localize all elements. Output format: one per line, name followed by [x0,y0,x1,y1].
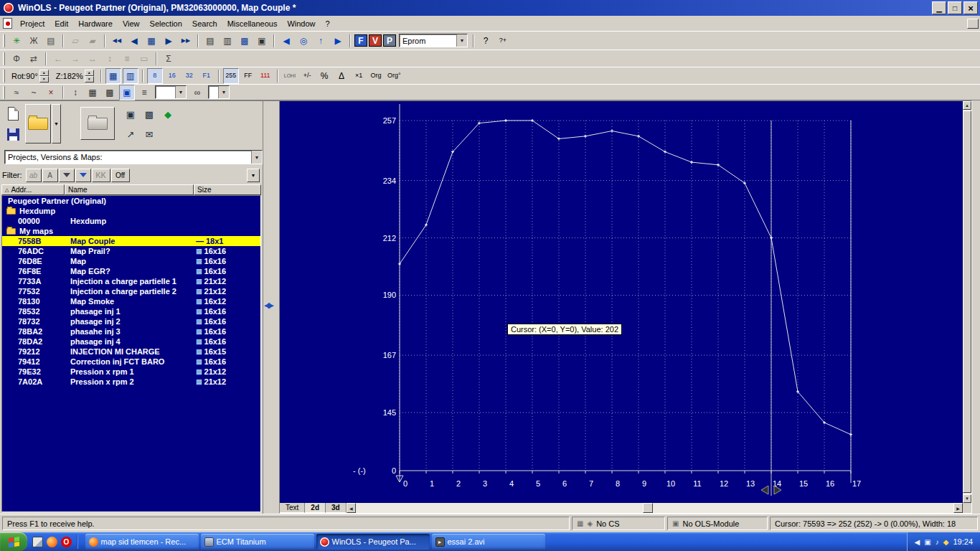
curve-line[interactable] [400,121,851,435]
toolbar-grip[interactable] [3,70,5,83]
map-row[interactable]: 79412Correction inj FCT BARO▤16x16 [2,357,260,367]
cursor-left-arrow-icon[interactable] [761,486,768,494]
first-map-icon[interactable]: ◀◀ [109,33,125,49]
zoom-stepper[interactable]: Z:182% ▲▼ [55,69,95,83]
language-icon[interactable]: ▣ [924,538,930,546]
view-options-icon[interactable]: Φ [9,51,24,67]
map-row[interactable]: 78DA2phasage inj 4▤16x16 [2,336,260,347]
grid-2d-icon[interactable]: ▦ [105,68,121,84]
tree-project-row[interactable]: Peugeot Partner (Original) [2,196,260,206]
map-row[interactable]: 76D8EMap▤16x16 [2,256,260,266]
combo-arrow-icon[interactable]: ▼ [456,34,467,47]
document-icon[interactable] [3,18,12,29]
align-left-icon[interactable]: ← [50,51,66,67]
rotation-stepper[interactable]: Rot:90° ▲▼ [10,69,50,83]
map-2d-chart[interactable]: 0123456789101112131415161725723421219016… [280,101,964,504]
combo-arrow-icon[interactable]: ▼ [175,86,186,98]
new-project-button[interactable] [4,104,22,123]
remove-icon[interactable]: × [43,85,59,100]
open-dropdown-button[interactable]: ▼ [52,104,61,143]
checksum-f-icon[interactable]: F [354,34,367,47]
format-dec-icon[interactable]: 255 [223,68,239,84]
menu-item-miscellaneous[interactable]: Miscellaneous [222,18,283,29]
cascade-windows-icon[interactable]: ▩ [102,85,118,100]
save-button[interactable] [4,125,22,143]
tab-2d[interactable]: 2d [305,503,326,513]
panel-splitter[interactable]: ◀▶ [263,100,279,514]
eprom-select[interactable]: Eprom▼ [399,34,468,47]
tree-mode-select[interactable]: Projects, Versions & Maps: ▼ [4,150,263,164]
format-hex-icon[interactable]: FF [240,68,256,84]
map-row[interactable]: 7A02APression x rpm 2▤21x12 [2,377,260,387]
toolbar-grip[interactable] [3,86,5,99]
tile-windows-icon[interactable]: ▦ [85,85,100,100]
task-button-essai-2-avi[interactable]: ▸essai 2.avi [432,534,545,550]
map-row[interactable]: 78BA2phasahe inj 3▤16x16 [2,326,260,336]
zoom-up-icon[interactable]: ▲ [85,70,94,76]
filter-name-button[interactable]: A [42,169,58,182]
map-row[interactable]: 79212INJECTION MI CHARGE▤16x15 [2,347,260,357]
send-mail-button[interactable]: ✉ [141,126,158,143]
combo-arrow-icon[interactable]: ▼ [251,151,262,164]
data-point-marker[interactable] [504,119,507,122]
toolbar-grip[interactable] [3,52,5,65]
search-maps-icon[interactable]: ▩ [237,33,253,49]
menu-item-view[interactable]: View [118,18,145,29]
cols-icon[interactable]: ▭ [136,51,152,67]
map-row[interactable]: 7558BMap Couple—18x1 [2,236,260,246]
bits-float-icon[interactable]: F1 [199,68,215,84]
map-row[interactable]: 77532Injection a charge partielle 2▤21x1… [2,286,260,296]
task-button-map-sid-tlemcen-rec[interactable]: map sid tlemcen - Rec... [85,534,199,550]
hexdump-list-icon[interactable]: ▤ [202,33,218,49]
tab-3d[interactable]: 3d [326,503,347,513]
data-point-marker[interactable] [849,433,852,436]
data-point-marker[interactable] [690,161,693,164]
task-button-winols-peugeot-pa[interactable]: WinOLS - Peugeot Pa... [316,534,430,550]
up-icon[interactable]: ↑ [313,33,329,49]
align-v-icon[interactable]: ↕ [102,51,118,67]
rows-icon[interactable]: ≡ [119,51,135,67]
byte-order-icon[interactable]: LOHI [282,68,298,84]
firefox-icon[interactable] [47,537,57,547]
map-row[interactable]: 78130Map Smoke▤16x12 [2,296,260,306]
resync-icon[interactable]: ↕ [67,85,83,100]
checksum-p-icon[interactable]: P [383,34,396,47]
toolbar-grip[interactable] [3,34,5,47]
map-row[interactable]: 76ADCMap Prail?▤16x16 [2,246,260,256]
data-point-marker[interactable] [770,237,773,240]
factor-icon[interactable]: ×1 [351,68,367,84]
checksum-v-icon[interactable]: V [369,34,382,47]
map-row[interactable]: 7733AInjection a charge partielle 1▤21x1… [2,276,260,286]
format-bin-icon[interactable]: 111 [258,68,273,84]
text-view-icon[interactable]: ▥ [220,33,235,49]
gem-button[interactable]: ◆ [159,105,176,123]
scroll-right-icon[interactable]: ▶ [953,503,963,513]
column-addr[interactable]: △Addr... [1,184,65,195]
value-select[interactable]: ▼ [208,85,230,99]
horizontal-scroll-thumb[interactable] [643,503,653,513]
filter-funnel-button[interactable] [59,169,75,182]
curve-icon[interactable]: ~ [26,85,42,100]
tree-folder-row[interactable]: My maps [2,226,260,236]
task-button-ecm-titanium[interactable]: ECM Titanium [201,534,314,550]
hidden-icons-chevron[interactable]: ◀ [915,538,920,546]
data-point-marker[interactable] [611,130,613,133]
bits-32-icon[interactable]: 32 [182,68,197,84]
map-view-icon[interactable]: ▣ [119,85,135,100]
link-icon[interactable]: ∞ [189,85,205,100]
combo-arrow-icon[interactable]: ▼ [218,86,229,98]
menu-item-item[interactable]: ? [321,18,335,29]
menu-item-window[interactable]: Window [282,18,320,29]
next-map-icon[interactable]: ▶ [161,33,176,49]
alert-icon[interactable]: ◆ [943,538,949,546]
column-name[interactable]: Name [65,184,194,195]
window-list-icon[interactable]: ▣ [254,33,270,49]
map-table-icon[interactable]: ▦ [143,33,159,49]
signal-2d-icon[interactable]: ≈ [9,85,24,100]
maximize-button[interactable]: □ [948,1,962,14]
tab-text[interactable]: Text [280,503,305,513]
map-row[interactable]: 78532phasage inj 1▤16x16 [2,306,260,316]
show-desktop-icon[interactable] [32,537,43,547]
map-row[interactable]: 76F8EMap EGR?▤16x16 [2,266,260,276]
original-icon[interactable]: Org [368,68,384,84]
